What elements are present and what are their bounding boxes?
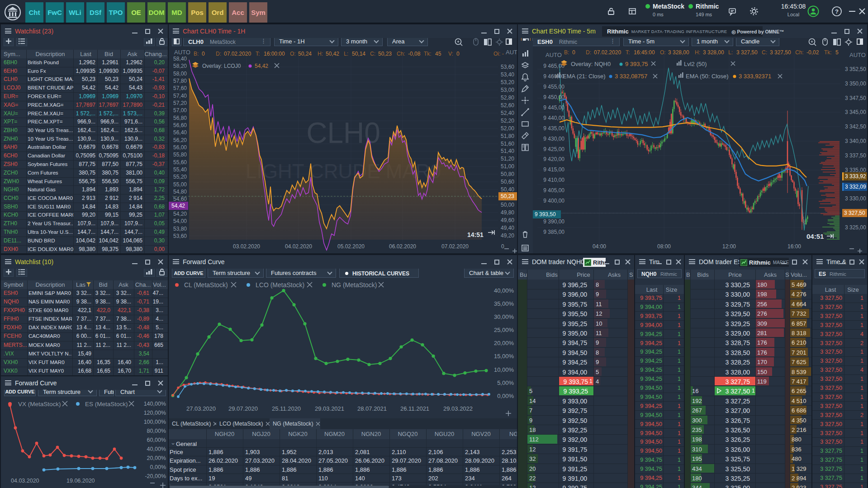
svg-text:B:: B:: [194, 51, 199, 57]
svg-text:49,60: 49,60: [501, 217, 514, 223]
svg-text:9 415,00: 9 415,00: [543, 166, 564, 173]
svg-text:07.02.2020: 07.02.2020: [594, 49, 621, 56]
svg-text:9 445,00: 9 445,00: [543, 104, 564, 111]
svg-text:O:: O:: [660, 49, 666, 56]
svg-text:3 328,00: 3 328,00: [668, 49, 689, 56]
svg-text:C:: C:: [762, 49, 767, 56]
svg-text:28.07.2021: 28.07.2021: [357, 405, 387, 412]
svg-text:3 327,50: 3 327,50: [770, 49, 791, 56]
svg-text:16:00:00: 16:00:00: [264, 51, 285, 57]
svg-text:50,23: 50,23: [501, 193, 514, 199]
svg-text:3 332,08757: 3 332,08757: [615, 73, 647, 80]
svg-text:51,40: 51,40: [501, 148, 514, 154]
svg-text:58,00: 58,00: [173, 71, 187, 77]
svg-text:-0,02: -0,02: [806, 49, 819, 56]
svg-text:35,00%: 35,00%: [494, 300, 514, 307]
svg-text:T:: T:: [256, 51, 260, 57]
svg-text:3 350,00: 3 350,00: [845, 81, 866, 87]
svg-text:9 405,00: 9 405,00: [543, 187, 564, 194]
svg-text:Tk:: Tk:: [824, 49, 832, 56]
svg-text:5: 5: [835, 49, 839, 56]
svg-text:0,00%: 0,00%: [497, 393, 514, 399]
svg-text:07.02.2020: 07.02.2020: [441, 243, 469, 250]
svg-text:D:: D:: [586, 49, 591, 56]
svg-text:57,40: 57,40: [173, 93, 187, 99]
svg-text:3 352,50: 3 352,50: [845, 66, 866, 72]
svg-text:Ch:: Ch:: [795, 49, 804, 56]
svg-text:50,00: 50,00: [501, 202, 514, 208]
svg-text:57,00: 57,00: [173, 107, 187, 114]
svg-text:45: 45: [435, 51, 441, 57]
svg-text:9 450,00: 9 450,00: [543, 94, 564, 100]
svg-text:9 400,00: 9 400,00: [543, 198, 564, 204]
svg-text:9 393,50: 9 393,50: [535, 211, 556, 218]
svg-text:57,20: 57,20: [173, 100, 187, 106]
svg-text:04.03.2020: 04.03.2020: [11, 478, 39, 484]
svg-text:9 393,75: 9 393,75: [625, 61, 648, 67]
svg-text:50,40: 50,40: [501, 186, 514, 193]
svg-text:9 425,00: 9 425,00: [543, 146, 564, 152]
svg-text:56,60: 56,60: [173, 122, 187, 128]
svg-text:15,00%: 15,00%: [494, 353, 514, 360]
svg-text:80,00%: 80,00%: [147, 428, 166, 434]
svg-text:AUTO: AUTO: [506, 49, 517, 56]
svg-text:L:: L:: [344, 51, 348, 57]
svg-text:52,60: 52,60: [501, 102, 514, 109]
svg-text:3 345,00: 3 345,00: [845, 109, 866, 115]
svg-text:AUTO: AUTO: [545, 52, 562, 58]
svg-text:T:: T:: [626, 49, 630, 56]
svg-text:3 340,00: 3 340,00: [845, 138, 866, 144]
svg-text:51,80: 51,80: [501, 133, 514, 139]
svg-text:CL (MetaStock): CL (MetaStock): [184, 281, 228, 289]
svg-text:Oi: -: Oi: -: [493, 51, 504, 57]
svg-text:5,00%: 5,00%: [497, 379, 514, 386]
svg-text:40,00%: 40,00%: [494, 287, 514, 294]
svg-text:140,00%: 140,00%: [144, 401, 166, 407]
svg-text:06.02.2020: 06.02.2020: [389, 243, 416, 250]
svg-text:D:: D:: [216, 51, 221, 57]
svg-text:Overlay: LCOJ0: Overlay: LCOJ0: [202, 63, 241, 69]
svg-text:30,00%: 30,00%: [494, 313, 514, 320]
svg-text:20,00%: 20,00%: [147, 455, 166, 461]
svg-text:05.02.2020: 05.02.2020: [337, 243, 365, 250]
svg-text:49,20: 49,20: [501, 232, 514, 239]
svg-text:54,42: 54,42: [171, 203, 185, 209]
svg-text:50,23: 50,23: [378, 51, 392, 57]
svg-text:52,00: 52,00: [501, 125, 514, 132]
svg-text:9 385,00: 9 385,00: [543, 229, 564, 235]
svg-text:55,00: 55,00: [173, 181, 187, 188]
svg-text:B:: B:: [564, 49, 569, 56]
svg-text:50,14: 50,14: [352, 51, 365, 57]
svg-text:40,00%: 40,00%: [147, 446, 166, 452]
svg-text:51,20: 51,20: [501, 156, 514, 162]
svg-text:L:: L:: [728, 49, 733, 56]
svg-text:54,42: 54,42: [255, 63, 268, 69]
svg-text:9 390,00: 9 390,00: [543, 218, 564, 225]
svg-text:0: 0: [456, 51, 460, 57]
svg-text:51,00: 51,00: [501, 163, 514, 170]
svg-text:H:: H:: [695, 49, 700, 56]
svg-text:3 327,50: 3 327,50: [844, 210, 865, 216]
svg-text:54,60: 54,60: [173, 196, 187, 202]
svg-text:20,00%: 20,00%: [494, 340, 514, 346]
svg-text:9 430,00: 9 430,00: [543, 136, 564, 142]
svg-text:C:: C:: [370, 51, 375, 57]
svg-text:50,80: 50,80: [501, 171, 514, 177]
svg-text:50,42: 50,42: [326, 51, 339, 57]
svg-text:3 337,50: 3 337,50: [845, 152, 866, 159]
svg-text:55,20: 55,20: [173, 174, 187, 180]
svg-text:9 420,00: 9 420,00: [543, 156, 564, 162]
svg-text:9 455,00: 9 455,00: [543, 84, 564, 90]
svg-text:16:45:00: 16:45:00: [634, 49, 655, 56]
svg-text:10,00%: 10,00%: [494, 366, 514, 373]
svg-text:19.06.2020: 19.06.2020: [66, 478, 95, 484]
svg-text:55,80: 55,80: [173, 152, 187, 158]
svg-text:51,60: 51,60: [501, 141, 514, 147]
svg-text:60,00%: 60,00%: [147, 437, 166, 443]
svg-text:9 410,00: 9 410,00: [543, 177, 564, 183]
svg-text:53,60: 53,60: [173, 233, 187, 239]
svg-text:29.07.2020: 29.07.2020: [228, 405, 258, 412]
svg-text:AUTO: AUTO: [174, 49, 190, 56]
svg-text:9 440,00: 9 440,00: [543, 115, 564, 121]
svg-text:03.02.2020: 03.02.2020: [233, 243, 260, 250]
